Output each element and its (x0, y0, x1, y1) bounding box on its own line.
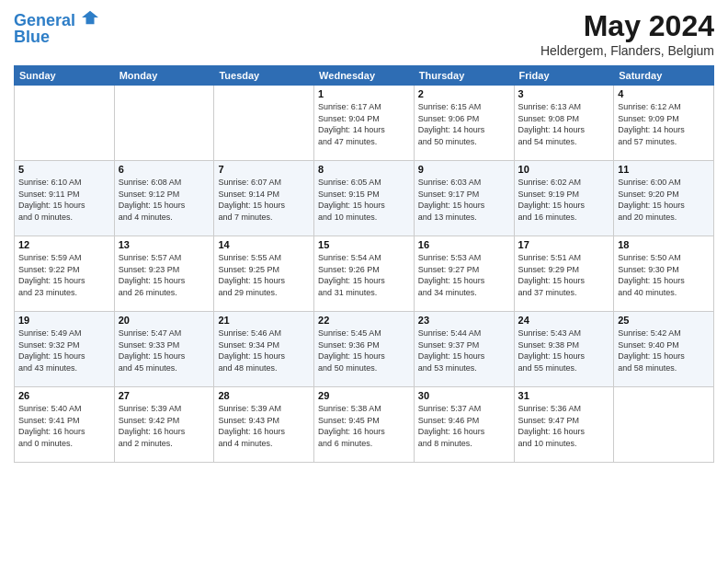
day-number: 17 (518, 239, 610, 250)
day-number: 27 (119, 390, 210, 401)
table-row: 13Sunrise: 5:57 AM Sunset: 9:23 PM Dayli… (114, 236, 214, 312)
day-number: 26 (18, 390, 110, 401)
day-info: Sunrise: 6:08 AM Sunset: 9:12 PM Dayligh… (119, 177, 210, 223)
day-info: Sunrise: 5:40 AM Sunset: 9:41 PM Dayligh… (18, 403, 110, 449)
calendar-week-row: 26Sunrise: 5:40 AM Sunset: 9:41 PM Dayli… (15, 387, 714, 463)
table-row: 15Sunrise: 5:54 AM Sunset: 9:26 PM Dayli… (314, 236, 415, 312)
col-tuesday: Tuesday (214, 66, 314, 86)
day-info: Sunrise: 5:53 AM Sunset: 9:27 PM Dayligh… (418, 252, 510, 298)
day-info: Sunrise: 5:49 AM Sunset: 9:32 PM Dayligh… (18, 327, 110, 373)
day-info: Sunrise: 5:47 AM Sunset: 9:33 PM Dayligh… (119, 327, 210, 373)
table-row: 6Sunrise: 6:08 AM Sunset: 9:12 PM Daylig… (114, 161, 214, 236)
col-monday: Monday (114, 66, 214, 86)
logo-blue: Blue (14, 29, 98, 47)
table-row: 1Sunrise: 6:17 AM Sunset: 9:04 PM Daylig… (314, 86, 415, 161)
table-row: 29Sunrise: 5:38 AM Sunset: 9:45 PM Dayli… (314, 387, 415, 463)
day-number: 20 (119, 315, 210, 326)
table-row: 28Sunrise: 5:39 AM Sunset: 9:43 PM Dayli… (214, 387, 314, 463)
day-number: 7 (218, 164, 310, 175)
page: General Blue May 2024 Heldergem, Flander… (0, 0, 728, 563)
table-row: 4Sunrise: 6:12 AM Sunset: 9:09 PM Daylig… (614, 86, 714, 161)
day-info: Sunrise: 5:55 AM Sunset: 9:25 PM Dayligh… (218, 252, 310, 298)
table-row: 21Sunrise: 5:46 AM Sunset: 9:34 PM Dayli… (214, 312, 314, 387)
day-number: 14 (218, 239, 310, 250)
day-info: Sunrise: 5:37 AM Sunset: 9:46 PM Dayligh… (418, 403, 510, 449)
day-info: Sunrise: 6:13 AM Sunset: 9:08 PM Dayligh… (518, 101, 610, 147)
day-info: Sunrise: 5:39 AM Sunset: 9:43 PM Dayligh… (218, 403, 310, 449)
table-row: 11Sunrise: 6:00 AM Sunset: 9:20 PM Dayli… (614, 161, 714, 236)
day-info: Sunrise: 6:03 AM Sunset: 9:17 PM Dayligh… (418, 177, 510, 223)
day-info: Sunrise: 6:05 AM Sunset: 9:15 PM Dayligh… (318, 177, 410, 223)
location-subtitle: Heldergem, Flanders, Belgium (540, 43, 714, 58)
day-number: 25 (618, 315, 710, 326)
day-info: Sunrise: 6:10 AM Sunset: 9:11 PM Dayligh… (18, 177, 110, 223)
day-number: 16 (418, 239, 510, 250)
day-info: Sunrise: 5:46 AM Sunset: 9:34 PM Dayligh… (218, 327, 310, 373)
table-row: 17Sunrise: 5:51 AM Sunset: 9:29 PM Dayli… (514, 236, 614, 312)
col-friday: Friday (514, 66, 614, 86)
day-number: 12 (18, 239, 110, 250)
day-number: 2 (418, 88, 510, 99)
table-row: 24Sunrise: 5:43 AM Sunset: 9:38 PM Dayli… (514, 312, 614, 387)
day-number: 23 (418, 315, 510, 326)
day-number: 21 (218, 315, 310, 326)
day-info: Sunrise: 6:15 AM Sunset: 9:06 PM Dayligh… (418, 101, 510, 147)
day-info: Sunrise: 5:54 AM Sunset: 9:26 PM Dayligh… (318, 252, 410, 298)
table-row: 16Sunrise: 5:53 AM Sunset: 9:27 PM Dayli… (414, 236, 514, 312)
day-number: 19 (18, 315, 110, 326)
day-info: Sunrise: 5:45 AM Sunset: 9:36 PM Dayligh… (318, 327, 410, 373)
day-number: 31 (518, 390, 610, 401)
day-number: 10 (518, 164, 610, 175)
day-number: 22 (318, 315, 410, 326)
day-number: 6 (119, 164, 210, 175)
table-row (614, 387, 714, 463)
table-row (214, 86, 314, 161)
col-thursday: Thursday (414, 66, 514, 86)
day-info: Sunrise: 5:59 AM Sunset: 9:22 PM Dayligh… (18, 252, 110, 298)
day-number: 18 (618, 239, 710, 250)
day-info: Sunrise: 5:57 AM Sunset: 9:23 PM Dayligh… (119, 252, 210, 298)
table-row: 12Sunrise: 5:59 AM Sunset: 9:22 PM Dayli… (15, 236, 115, 312)
day-info: Sunrise: 6:00 AM Sunset: 9:20 PM Dayligh… (618, 177, 710, 223)
day-info: Sunrise: 5:39 AM Sunset: 9:42 PM Dayligh… (119, 403, 210, 449)
header: General Blue May 2024 Heldergem, Flander… (14, 9, 714, 58)
day-info: Sunrise: 5:43 AM Sunset: 9:38 PM Dayligh… (518, 327, 610, 373)
calendar-week-row: 19Sunrise: 5:49 AM Sunset: 9:32 PM Dayli… (15, 312, 714, 387)
day-info: Sunrise: 6:07 AM Sunset: 9:14 PM Dayligh… (218, 177, 310, 223)
table-row: 25Sunrise: 5:42 AM Sunset: 9:40 PM Dayli… (614, 312, 714, 387)
day-number: 8 (318, 164, 410, 175)
day-number: 24 (518, 315, 610, 326)
day-info: Sunrise: 6:02 AM Sunset: 9:19 PM Dayligh… (518, 177, 610, 223)
calendar-table: Sunday Monday Tuesday Wednesday Thursday… (14, 65, 714, 463)
day-number: 4 (618, 88, 710, 99)
day-info: Sunrise: 5:44 AM Sunset: 9:37 PM Dayligh… (418, 327, 510, 373)
day-info: Sunrise: 5:42 AM Sunset: 9:40 PM Dayligh… (618, 327, 710, 373)
logo-bird-icon (82, 9, 98, 26)
table-row: 2Sunrise: 6:15 AM Sunset: 9:06 PM Daylig… (414, 86, 514, 161)
day-number: 15 (318, 239, 410, 250)
table-row: 30Sunrise: 5:37 AM Sunset: 9:46 PM Dayli… (414, 387, 514, 463)
table-row: 23Sunrise: 5:44 AM Sunset: 9:37 PM Dayli… (414, 312, 514, 387)
table-row: 31Sunrise: 5:36 AM Sunset: 9:47 PM Dayli… (514, 387, 614, 463)
day-number: 29 (318, 390, 410, 401)
day-number: 28 (218, 390, 310, 401)
day-number: 3 (518, 88, 610, 99)
calendar-week-row: 12Sunrise: 5:59 AM Sunset: 9:22 PM Dayli… (15, 236, 714, 312)
table-row: 7Sunrise: 6:07 AM Sunset: 9:14 PM Daylig… (214, 161, 314, 236)
table-row: 20Sunrise: 5:47 AM Sunset: 9:33 PM Dayli… (114, 312, 214, 387)
table-row: 14Sunrise: 5:55 AM Sunset: 9:25 PM Dayli… (214, 236, 314, 312)
day-number: 1 (318, 88, 410, 99)
logo: General Blue (14, 9, 98, 47)
day-info: Sunrise: 5:51 AM Sunset: 9:29 PM Dayligh… (518, 252, 610, 298)
svg-marker-0 (82, 11, 98, 24)
table-row: 19Sunrise: 5:49 AM Sunset: 9:32 PM Dayli… (15, 312, 115, 387)
calendar-week-row: 5Sunrise: 6:10 AM Sunset: 9:11 PM Daylig… (15, 161, 714, 236)
col-wednesday: Wednesday (314, 66, 415, 86)
day-number: 11 (618, 164, 710, 175)
day-info: Sunrise: 5:50 AM Sunset: 9:30 PM Dayligh… (618, 252, 710, 298)
month-year-title: May 2024 (540, 9, 714, 43)
table-row: 5Sunrise: 6:10 AM Sunset: 9:11 PM Daylig… (15, 161, 115, 236)
day-info: Sunrise: 6:17 AM Sunset: 9:04 PM Dayligh… (318, 101, 410, 147)
table-row: 22Sunrise: 5:45 AM Sunset: 9:36 PM Dayli… (314, 312, 415, 387)
col-saturday: Saturday (614, 66, 714, 86)
